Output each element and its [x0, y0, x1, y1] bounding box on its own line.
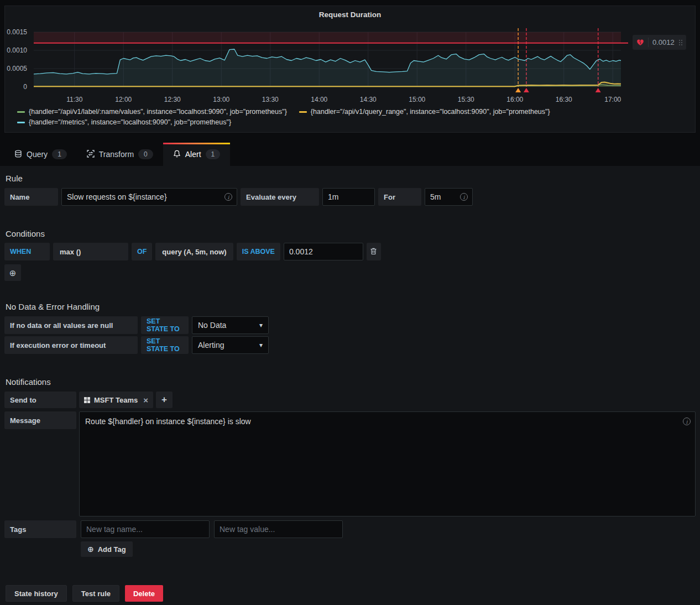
svg-text:15:00: 15:00: [409, 96, 425, 103]
rule-row: Name i Evaluate every For i: [4, 188, 696, 206]
delete-condition-button[interactable]: [367, 243, 381, 260]
drag-grip-icon[interactable]: [679, 40, 682, 45]
select-value: No Data: [198, 321, 226, 330]
legend-item[interactable]: {handler="/api/v1/query_range", instance…: [299, 108, 550, 116]
svg-text:16:00: 16:00: [506, 96, 523, 103]
svg-text:0.0005: 0.0005: [7, 65, 27, 72]
svg-text:12:30: 12:30: [164, 96, 181, 103]
info-icon: i: [460, 193, 468, 201]
no-data-state-select[interactable]: No Data ▾: [192, 316, 269, 334]
series-color-swatch: [299, 111, 307, 113]
timeseries-chart: 00.00050.00100.001511:3012:0012:3013:001…: [5, 27, 696, 110]
condition-when[interactable]: WHEN: [4, 243, 50, 260]
select-value: Alerting: [198, 341, 224, 350]
error-state-select[interactable]: Alerting ▾: [192, 336, 269, 354]
legend-label: {handler="/api/v1/label/:name/values", i…: [29, 108, 287, 116]
info-icon: i: [683, 418, 691, 425]
tag-name-input[interactable]: [81, 520, 210, 538]
message-label: Message: [4, 411, 76, 429]
condition-value-input[interactable]: [284, 243, 363, 260]
evaluate-every-label: Evaluate every: [241, 188, 319, 206]
no-data-row: If no data or all values are null SET ST…: [4, 316, 696, 334]
legend-item[interactable]: {handler="/api/v1/label/:name/values", i…: [17, 108, 287, 116]
channel-name: MSFT Teams: [94, 396, 138, 404]
tab-alert[interactable]: Alert 1: [163, 143, 230, 166]
add-tag-label: Add Tag: [98, 545, 126, 554]
footer-actions: State history Test rule Delete: [6, 585, 696, 602]
svg-text:14:00: 14:00: [311, 96, 327, 103]
svg-text:13:30: 13:30: [262, 96, 279, 103]
rule-name-input[interactable]: [61, 188, 237, 206]
condition-operator[interactable]: IS ABOVE: [237, 243, 280, 260]
condition-aggregation[interactable]: max (): [53, 243, 128, 260]
delete-rule-button[interactable]: Delete: [125, 585, 163, 602]
add-tag-button[interactable]: ⊕ Add Tag: [81, 541, 133, 557]
tab-transform[interactable]: Transform 0: [77, 143, 163, 166]
legend-label: {handler="/api/v1/query_range", instance…: [311, 108, 550, 116]
request-duration-panel: Request Duration 00.00050.00100.001511:3…: [4, 6, 696, 133]
alert-threshold-handle[interactable]: 0.0012: [633, 35, 686, 50]
no-data-heading: No Data & Error Handling: [6, 302, 696, 311]
evaluate-every-input[interactable]: [322, 188, 375, 206]
tab-label: Transform: [99, 150, 134, 159]
svg-text:14:30: 14:30: [360, 96, 377, 103]
threshold-value: 0.0012: [652, 38, 675, 46]
send-to-row: Send to MSFT Teams × +: [4, 392, 696, 408]
test-rule-button[interactable]: Test rule: [72, 585, 119, 602]
info-icon: i: [224, 193, 232, 201]
series-color-swatch: [17, 122, 25, 123]
legend-label: {handler="/metrics", instance="localhost…: [29, 118, 231, 126]
tab-count-badge: 0: [138, 149, 153, 159]
circle-plus-icon: ⊕: [87, 545, 94, 553]
remove-channel-icon[interactable]: ×: [143, 395, 148, 405]
series-color-swatch: [17, 111, 25, 113]
chart-legend: {handler="/api/v1/label/:name/values", i…: [17, 108, 550, 129]
tags-row: Tags: [4, 520, 696, 538]
legend-item[interactable]: {handler="/metrics", instance="localhost…: [17, 118, 231, 126]
handle-divider: [648, 38, 649, 47]
conditions-heading: Conditions: [6, 229, 696, 238]
panel-title: Request Duration: [5, 6, 695, 19]
msteams-icon: [84, 397, 90, 403]
tab-label: Query: [27, 150, 48, 159]
tab-count-badge: 1: [206, 149, 221, 159]
tag-value-input[interactable]: [214, 520, 343, 538]
svg-text:11:30: 11:30: [66, 96, 82, 103]
error-label: If execution error or timeout: [4, 336, 138, 354]
no-data-label: If no data or all values are null: [4, 316, 138, 334]
svg-text:0: 0: [23, 83, 27, 91]
message-textarea[interactable]: Route ${handler} on instance ${instance}…: [79, 411, 696, 517]
for-label: For: [378, 188, 421, 206]
svg-text:12:00: 12:00: [115, 96, 132, 103]
process-icon: [87, 150, 95, 159]
send-to-label: Send to: [4, 392, 76, 408]
svg-text:16:30: 16:30: [556, 96, 572, 103]
grafana-panel-editor: Request Duration 00.00050.00100.001511:3…: [0, 0, 700, 605]
set-state-keyword: SET STATE TO: [141, 336, 189, 354]
database-icon: [14, 150, 22, 159]
message-row: Message Route ${handler} on instance ${i…: [4, 411, 696, 517]
error-row: If execution error or timeout SET STATE …: [4, 336, 696, 354]
chevron-down-icon: ▾: [259, 341, 263, 349]
add-condition-button[interactable]: ⊕: [4, 264, 21, 281]
condition-row: WHEN max () OF query (A, 5m, now) IS ABO…: [4, 243, 696, 260]
condition-of: OF: [132, 243, 152, 260]
set-state-keyword: SET STATE TO: [141, 316, 189, 334]
rule-heading: Rule: [6, 174, 696, 183]
svg-text:15:30: 15:30: [458, 96, 474, 103]
condition-query[interactable]: query (A, 5m, now): [155, 243, 233, 260]
svg-text:17:00: 17:00: [604, 96, 621, 103]
tab-count-badge: 1: [52, 149, 67, 159]
notification-channel-chip[interactable]: MSFT Teams ×: [79, 392, 153, 408]
heart-break-icon: [636, 39, 644, 46]
add-channel-button[interactable]: +: [156, 392, 173, 408]
bell-icon: [173, 150, 181, 159]
chevron-down-icon: ▾: [259, 321, 263, 329]
alert-editor-pane: Rule Name i Evaluate every For i Conditi…: [0, 166, 700, 605]
state-history-button[interactable]: State history: [6, 585, 67, 602]
trash-icon: [370, 247, 377, 257]
tab-label: Alert: [185, 150, 201, 159]
svg-text:13:00: 13:00: [213, 96, 229, 103]
svg-text:0.0015: 0.0015: [7, 28, 27, 36]
tab-query[interactable]: Query 1: [4, 143, 77, 166]
